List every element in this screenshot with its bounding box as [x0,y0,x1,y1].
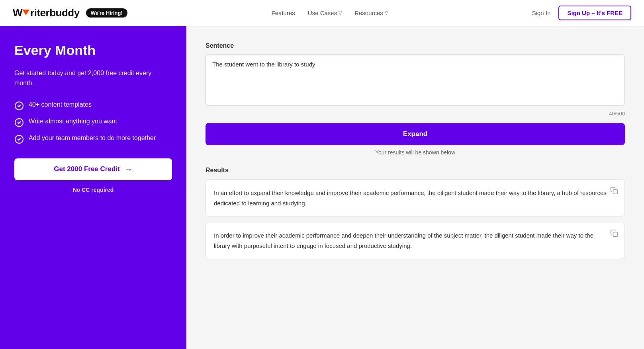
nav-resources[interactable]: Resources ▽ [354,10,388,16]
textarea-wrapper [206,54,625,107]
cta-button[interactable]: Get 2000 Free Credit → [14,158,172,180]
chevron-down-icon: ▽ [339,10,342,16]
sentence-input[interactable] [206,54,625,106]
sentence-label: Sentence [206,42,625,49]
expand-button[interactable]: Expand [206,123,625,145]
no-cc-text: No CC required [14,187,172,193]
result-text-2: In order to improve their academic perfo… [214,232,593,249]
logo: Writerbuddy [13,7,80,19]
cta-label: Get 2000 Free Credit [54,165,119,173]
check-icon-1 [14,101,24,111]
svg-rect-3 [613,190,618,194]
sidebar-title: Every Month [14,42,172,58]
result-text-1: In an effort to expand their knowledge a… [214,189,607,207]
right-content: Sentence 40/500 Expand Your results will… [186,26,644,349]
nav-features[interactable]: Features [272,10,295,16]
signup-button[interactable]: Sign Up – It's FREE [558,6,631,20]
chevron-down-icon: ▽ [385,10,388,16]
svg-rect-4 [613,232,618,237]
feature-item-2: Write almost anything you want [14,118,172,127]
sign-in-link[interactable]: Sign In [532,10,551,16]
nav-left: Writerbuddy We're Hiring! [13,7,127,19]
copy-icon-1[interactable] [610,186,618,199]
navbar: Writerbuddy We're Hiring! Features Use C… [0,0,644,26]
feature-label-1: 40+ content templates [29,101,92,108]
result-card-1: In an effort to expand their knowledge a… [206,179,625,216]
sidebar-subtitle: Get started today and get 2,000 free cre… [14,68,172,88]
result-card-2: In order to improve their academic perfo… [206,222,625,259]
feature-item-3: Add your team members to do more togethe… [14,135,172,144]
copy-icon-2[interactable] [610,229,618,241]
check-icon-2 [14,118,24,127]
nav-use-cases[interactable]: Use Cases ▽ [308,10,342,16]
nav-center: Features Use Cases ▽ Resources ▽ [272,10,388,16]
sidebar: Every Month Get started today and get 2,… [0,26,186,349]
feature-item-1: 40+ content templates [14,101,172,111]
nav-right: Sign In Sign Up – It's FREE [532,6,631,20]
feature-label-3: Add your team members to do more togethe… [29,135,156,142]
results-hint: Your results will be shown below [206,149,625,156]
char-count: 40/500 [206,111,625,117]
results-label: Results [206,167,625,174]
main-layout: Every Month Get started today and get 2,… [0,26,644,349]
arrow-right-icon: → [125,165,133,174]
hiring-badge: We're Hiring! [86,8,127,18]
feature-label-2: Write almost anything you want [29,118,117,125]
check-icon-3 [14,135,24,144]
feature-list: 40+ content templates Write almost anyth… [14,101,172,144]
